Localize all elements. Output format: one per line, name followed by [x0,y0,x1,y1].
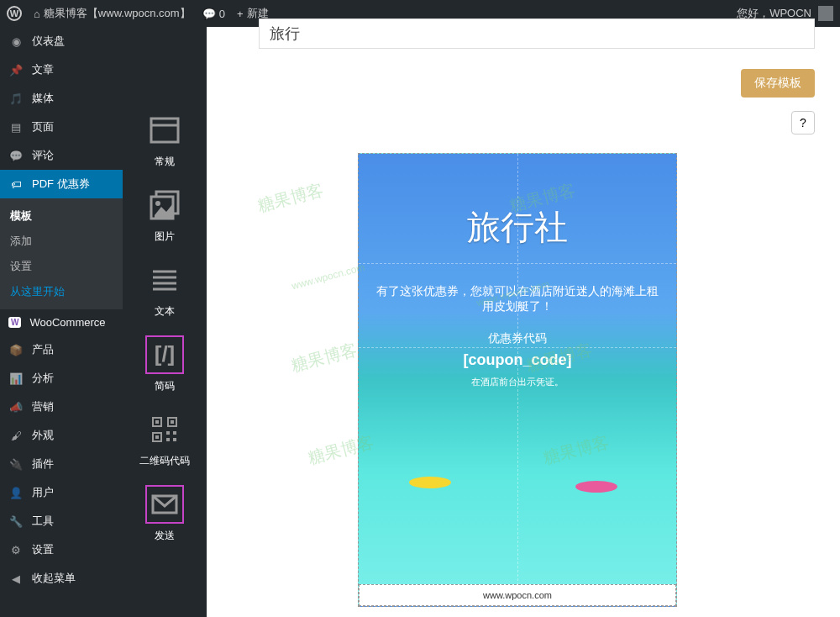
submenu-start[interactable]: 从这里开始 [0,279,123,304]
menu-label: PDF 优惠券 [32,177,90,192]
menu-products[interactable]: 📦产品 [0,335,123,364]
tool-icon: 🔧 [8,514,24,529]
svg-rect-17 [173,431,176,435]
kayak-illustration [575,481,617,493]
menu-label: 用户 [32,485,54,500]
collapse-icon: ◀ [8,571,24,586]
canvas-description[interactable]: 有了这张优惠券，您就可以在酒店附近迷人的海滩上租用皮划艇了！ [375,284,659,314]
tool-label: 发送 [155,529,175,543]
menu-pdf-coupon[interactable]: 🏷PDF 优惠券 [0,170,123,198]
menu-label: 评论 [32,148,54,163]
admin-sidebar: ◉仪表盘 📌文章 🎵媒体 ▤页面 💬评论 🏷PDF 优惠券 模板 添加 设置 从… [0,27,123,617]
tool-label: 文本 [155,304,175,319]
submenu: 模板 添加 设置 从这里开始 [0,198,123,309]
menu-tools[interactable]: 🔧工具 [0,507,123,535]
menu-label: 外观 [32,428,54,443]
svg-rect-18 [166,438,170,441]
qrcode-icon [145,410,184,449]
watermark: 糖果博客 [289,338,360,377]
settings-icon: ⚙ [8,542,24,557]
editor-toolbar: 常规 图片 文本 [/] 简码 二维码代码 发送 [123,27,207,617]
tool-send[interactable]: 发送 [145,485,184,543]
svg-rect-19 [173,438,176,441]
menu-users[interactable]: 👤用户 [0,478,123,507]
comments-count: 0 [219,8,225,20]
pin-icon: 📌 [8,62,24,77]
canvas-note[interactable]: 在酒店前台出示凭证。 [375,376,659,388]
tool-shortcode[interactable]: [/] 简码 [145,335,184,393]
tool-image[interactable]: 图片 [145,186,184,244]
menu-label: 设置 [32,542,54,557]
tool-qrcode[interactable]: 二维码代码 [139,410,190,468]
site-link[interactable]: ⌂糖果博客【www.wpocn.com】 [34,6,191,21]
canvas-title[interactable]: 旅行社 [375,204,659,250]
menu-marketing[interactable]: 📣营销 [0,393,123,421]
tool-label: 简码 [155,379,175,393]
menu-settings[interactable]: ⚙设置 [0,535,123,564]
canvas-code[interactable]: [coupon_code] [375,351,659,369]
avatar [818,6,833,21]
plugin-icon: 🔌 [8,456,24,472]
menu-label: 产品 [32,342,54,357]
submenu-templates[interactable]: 模板 [0,203,123,229]
menu-label: 分析 [32,371,54,386]
image-icon [145,186,184,224]
help-button[interactable]: ? [791,111,815,134]
appearance-icon: 🖌 [8,428,24,443]
svg-rect-13 [155,420,159,424]
menu-analytics[interactable]: 📊分析 [0,364,123,393]
menu-label: 营销 [32,399,54,414]
marketing-icon: 📣 [8,399,24,414]
text-icon [145,261,184,299]
watermark-url: www.wpocn.com [291,261,366,293]
menu-label: WooCommerce [29,316,105,329]
svg-text:[/]: [/] [155,341,176,367]
menu-label: 工具 [32,514,54,529]
svg-rect-15 [155,435,159,439]
menu-label: 文章 [32,62,54,77]
menu-label: 插件 [32,456,54,472]
comment-icon: 💬 [8,148,24,163]
tool-text[interactable]: 文本 [145,261,184,319]
pdf-canvas[interactable]: 旅行社 有了这张优惠券，您就可以在酒店附近迷人的海滩上租用皮划艇了！ 优惠券代码… [358,153,677,607]
menu-dashboard[interactable]: ◉仪表盘 [0,27,123,55]
product-icon: 📦 [8,342,24,357]
tool-general[interactable]: 常规 [145,111,184,169]
canvas-footer[interactable]: www.wpocn.com [359,584,676,606]
submenu-settings[interactable]: 设置 [0,254,123,279]
menu-posts[interactable]: 📌文章 [0,55,123,84]
tool-label: 二维码代码 [139,454,190,468]
tool-label: 常规 [155,155,175,169]
analytics-icon: 📊 [8,371,24,386]
envelope-icon [145,485,184,524]
comment-icon: 💬 [202,8,216,20]
svg-rect-14 [171,420,174,424]
menu-appearance[interactable]: 🖌外观 [0,421,123,450]
coupon-icon: 🏷 [8,177,24,192]
svg-rect-0 [151,119,178,142]
menu-label: 页面 [32,119,54,134]
menu-pages[interactable]: ▤页面 [0,113,123,141]
comments-link[interactable]: 💬0 [202,8,225,20]
kayak-illustration [409,477,451,488]
menu-label: 仪表盘 [32,34,65,49]
menu-plugins[interactable]: 🔌插件 [0,450,123,478]
user-icon: 👤 [8,485,24,500]
shortcode-icon: [/] [145,335,184,374]
save-button[interactable]: 保存模板 [741,69,815,98]
home-icon: ⌂ [34,8,40,20]
layout-icon [145,111,184,150]
menu-collapse[interactable]: ◀收起菜单 [0,564,123,593]
site-title: 糖果博客【www.wpocn.com】 [44,6,191,21]
plus-icon: + [237,8,244,20]
watermark: 糖果博客 [255,178,326,218]
dashboard-icon: ◉ [8,34,24,49]
menu-woocommerce[interactable]: WWooCommerce [0,309,123,335]
svg-point-4 [155,201,160,206]
page-icon: ▤ [8,119,24,134]
wp-logo-link[interactable]: W [7,6,22,21]
canvas-code-label[interactable]: 优惠券代码 [375,331,659,346]
menu-comments[interactable]: 💬评论 [0,141,123,170]
submenu-add[interactable]: 添加 [0,229,123,254]
menu-media[interactable]: 🎵媒体 [0,84,123,113]
